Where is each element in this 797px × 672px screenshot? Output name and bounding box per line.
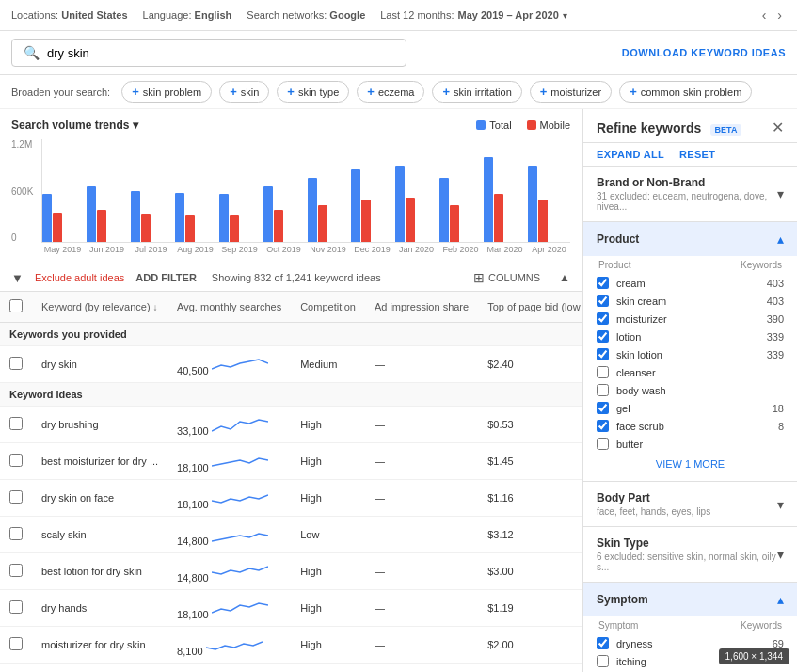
product-section: Product ▴ Product Keywords cream 403 ski… <box>583 222 797 482</box>
product-skin-lotion-checkbox[interactable] <box>597 348 609 360</box>
exclude-adult-button[interactable]: Exclude adult ideas <box>35 272 124 283</box>
broaden-chip-4[interactable]: + skin irritation <box>432 81 521 103</box>
row-checkbox[interactable] <box>9 564 23 577</box>
product-butter-checkbox[interactable] <box>597 438 609 450</box>
x-label: Jun 2019 <box>86 243 128 254</box>
product-moisturizer-checkbox[interactable] <box>597 312 609 325</box>
table-row: dry brushing 33,100 High—$0.53$2.24 <box>0 407 582 443</box>
broaden-chip-0[interactable]: + skin problem <box>121 81 212 103</box>
brand-section-title: Brand or Non-Brand <box>597 176 777 189</box>
brand-section-header[interactable]: Brand or Non-Brand 31 excluded: euceam, … <box>583 167 797 221</box>
col-searches[interactable]: Avg. monthly searches <box>167 292 291 323</box>
product-body-wash-checkbox[interactable] <box>597 384 609 396</box>
broaden-chip-3[interactable]: + eczema <box>357 81 424 103</box>
search-input-wrap[interactable]: 🔍 <box>11 39 406 67</box>
table-head: Keyword (by relevance) ↓ Avg. monthly se… <box>0 292 582 323</box>
col-bid-low[interactable]: Top of page bid (low range) <box>478 292 582 323</box>
date-nav: ‹ › <box>758 6 786 24</box>
row-checkbox[interactable] <box>9 637 23 650</box>
refine-item-lotion: lotion 339 <box>597 328 784 345</box>
symptom-dryness-checkbox[interactable] <box>597 637 609 649</box>
legend-total: Total <box>476 120 511 131</box>
plus-icon: + <box>287 85 295 99</box>
refine-item-skin-cream: skin cream 403 <box>597 292 784 310</box>
chart-legend: Total Mobile <box>476 120 570 131</box>
symptom-itching-checkbox[interactable] <box>597 655 609 667</box>
view-more-button[interactable]: VIEW 1 MORE <box>597 453 784 472</box>
competition-cell: Medium <box>291 346 365 383</box>
row-checkbox[interactable] <box>9 357 23 370</box>
language-info: Language: English <box>143 9 232 21</box>
bar-mobile <box>361 200 371 242</box>
bar-total <box>175 193 184 242</box>
row-checkbox[interactable] <box>9 490 23 504</box>
broaden-chip-1[interactable]: + skin <box>219 81 269 103</box>
broaden-chip-6[interactable]: + common skin problem <box>619 81 752 103</box>
row-checkbox[interactable] <box>9 454 23 467</box>
download-button[interactable]: DOWNLOAD KEYWORD IDEAS <box>622 47 786 58</box>
sparkline <box>212 596 268 618</box>
bar-mobile <box>97 210 106 242</box>
col-impression[interactable]: Ad impression share <box>365 292 478 323</box>
bar-group <box>439 178 482 242</box>
chart-section: Search volume trends ▾ Total Mobile <box>0 109 582 264</box>
chevron-down-icon: ▾ <box>777 186 784 201</box>
close-button[interactable]: ✕ <box>772 119 784 136</box>
col-competition[interactable]: Competition <box>291 292 365 323</box>
row-checkbox[interactable] <box>9 417 23 430</box>
keyword-cell: flaky skin <box>32 664 167 673</box>
symptom-section-header[interactable]: Symptom ▴ <box>583 583 797 616</box>
next-arrow-icon[interactable]: › <box>773 6 786 24</box>
bar-group <box>263 186 306 242</box>
bar-total <box>131 191 140 242</box>
collapse-icon[interactable]: ▲ <box>559 271 570 284</box>
broaden-chip-2[interactable]: + skin type <box>277 81 349 103</box>
product-lotion-checkbox[interactable] <box>597 330 609 343</box>
body-part-section-header[interactable]: Body Part face, feet, hands, eyes, lips … <box>583 482 797 526</box>
bar-total <box>87 186 96 242</box>
reset-button[interactable]: RESET <box>679 149 715 160</box>
refine-item-butter: butter <box>597 435 784 453</box>
skin-type-section-header[interactable]: Skin Type 6 excluded: sensitive skin, no… <box>583 527 797 582</box>
keyword-cell: moisturizer for dry skin <box>32 627 167 664</box>
product-section-header[interactable]: Product ▴ <box>583 222 797 256</box>
row-checkbox[interactable] <box>9 600 23 614</box>
top-bar: Locations: United States Language: Engli… <box>0 0 797 31</box>
select-all-checkbox[interactable] <box>9 299 23 312</box>
broaden-chip-5[interactable]: + moisturizer <box>530 81 612 103</box>
product-face-scrub-checkbox[interactable] <box>597 420 609 432</box>
refine-item-cleanser: cleanser <box>597 363 784 381</box>
expand-all-button[interactable]: EXPAND ALL <box>597 149 664 160</box>
plus-icon: + <box>367 85 375 99</box>
refine-header: Refine keywords BETA ✕ <box>583 109 797 143</box>
chevron-down-icon: ▾ <box>777 547 784 562</box>
prev-arrow-icon[interactable]: ‹ <box>758 6 771 24</box>
product-gel-checkbox[interactable] <box>597 402 609 414</box>
keywords-table: Keyword (by relevance) ↓ Avg. monthly se… <box>0 292 582 672</box>
left-panel: Search volume trends ▾ Total Mobile <box>0 109 582 672</box>
bar-mobile <box>318 205 327 242</box>
date-range[interactable]: Last 12 months: May 2019 – Apr 2020 ▾ <box>380 9 567 21</box>
plus-icon: + <box>540 85 548 99</box>
product-skin-cream-checkbox[interactable] <box>597 295 609 307</box>
searches-cell: 18,100 <box>167 480 291 517</box>
table-row: scaly skin 14,800 Low—$3.12$5.58 <box>0 517 582 553</box>
product-cleanser-checkbox[interactable] <box>597 366 609 378</box>
product-cream-checkbox[interactable] <box>597 277 609 289</box>
keyword-cell: dry hands <box>32 590 167 627</box>
table-body: Keywords you provided dry skin 40,500 Me… <box>0 323 582 673</box>
row-checkbox[interactable] <box>9 527 23 540</box>
x-label: Mar 2020 <box>484 243 526 254</box>
sort-icon: ↓ <box>153 302 158 312</box>
columns-button[interactable]: ⊞ COLUMNS <box>473 270 540 285</box>
chart-title[interactable]: Search volume trends ▾ <box>11 119 138 132</box>
brand-section-sub: 31 excluded: euceam, neutrogena, dove, n… <box>597 191 777 212</box>
resolution-badge: 1,600 × 1,344 <box>719 648 789 664</box>
add-filter-button[interactable]: ADD FILTER <box>135 272 197 283</box>
col-keyword[interactable]: Keyword (by relevance) ↓ <box>32 292 167 323</box>
x-label: Sep 2019 <box>218 243 261 254</box>
searches-cell: 40,500 <box>167 346 291 383</box>
search-input[interactable] <box>47 46 394 60</box>
bar-total <box>42 194 52 242</box>
bar-group <box>351 169 393 242</box>
